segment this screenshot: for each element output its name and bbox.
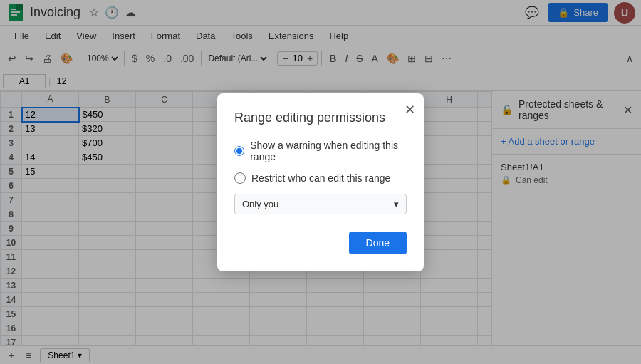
dropdown-value: Only you [242,199,278,209]
warn-label: Show a warning when editing this range [250,140,407,162]
warn-radio[interactable] [234,145,244,157]
modal-title: Range editing permissions [234,110,407,125]
done-button[interactable]: Done [349,232,407,254]
modal-footer: Done [234,232,407,254]
range-editing-permissions-modal: ✕ Range editing permissions Show a warni… [217,93,424,271]
modal-overlay: ✕ Range editing permissions Show a warni… [0,0,641,364]
permissions-dropdown[interactable]: Only you ▾ [234,194,407,214]
restrict-radio[interactable] [234,172,246,184]
modal-close-button[interactable]: ✕ [405,102,415,118]
chevron-down-icon: ▾ [394,199,399,209]
restrict-option[interactable]: Restrict who can edit this range [234,172,407,184]
restrict-label: Restrict who can edit this range [251,172,390,184]
warn-option[interactable]: Show a warning when editing this range [234,140,407,162]
